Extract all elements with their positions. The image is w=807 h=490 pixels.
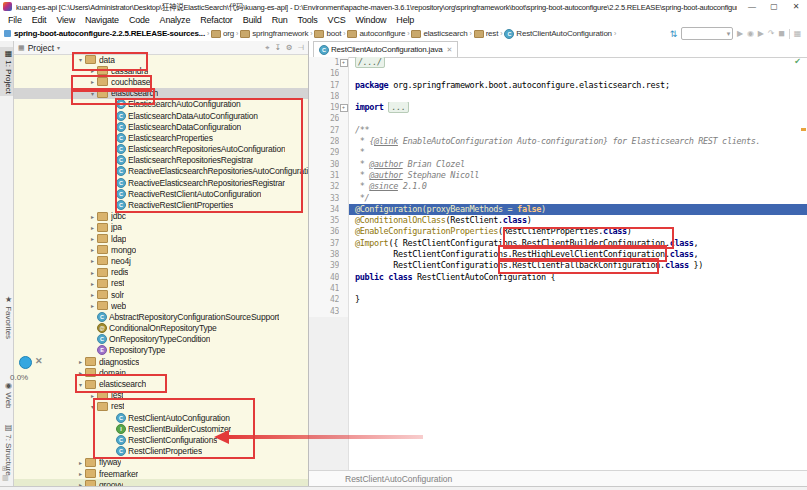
fold-gutter[interactable] [339,226,349,237]
tree-row[interactable]: ▸diagnostics [14,356,308,367]
fold-gutter[interactable] [339,272,349,283]
fold-gutter[interactable] [339,159,349,170]
code-line[interactable]: 41 [309,283,807,294]
fold-gutter[interactable] [339,136,349,147]
code-line[interactable]: 30 * @author Brian Clozel [309,159,807,170]
tree-chevron-icon[interactable]: ▸ [76,358,85,365]
breadcrumb-item[interactable]: autoconfigure [359,29,405,38]
fold-gutter[interactable] [339,204,349,215]
tree-row[interactable]: ▸couchbase [14,76,308,87]
header-tool-icon[interactable]: ↧ [274,43,280,53]
code-line[interactable]: 17package org.springframework.boot.autoc… [309,80,807,91]
close-icon[interactable]: ✕ [446,46,452,54]
code-line[interactable]: 40public class RestClientAutoConfigurati… [309,272,807,283]
fold-gutter[interactable] [339,125,349,136]
breadcrumb-item[interactable]: boot [326,29,341,38]
tree-chevron-icon[interactable]: ▸ [88,257,97,264]
tree-chevron-icon[interactable]: ▸ [88,269,97,276]
maximize-button[interactable]: ▢ [763,0,785,13]
fold-gutter[interactable] [339,170,349,181]
menu-item[interactable]: Navigate [80,15,124,25]
tree-chevron-icon[interactable]: ▸ [88,235,97,242]
stop-icon[interactable]: ◼ [778,29,784,38]
fold-gutter[interactable] [339,68,349,79]
fold-gutter[interactable] [339,181,349,192]
fold-gutter[interactable]: + [339,102,349,113]
window-grid-icon[interactable]: ▦ [794,29,801,38]
menu-item[interactable]: Window [351,15,392,25]
header-tool-icon[interactable]: ⊣ [297,43,304,53]
fold-gutter[interactable] [339,283,349,294]
code-line[interactable]: 19+import ... [309,102,807,113]
fold-gutter[interactable] [339,294,349,305]
tree-row[interactable]: ▾rest [14,401,308,412]
fold-gutter[interactable] [339,215,349,226]
editor-tab[interactable]: C RestClientAutoConfiguration.java ✕ [313,41,458,57]
code-line[interactable]: 1+/.../ [309,57,807,68]
tree-row[interactable]: CAbstractRepositoryConfigurationSourceSu… [14,311,308,322]
editor-area[interactable]: C RestClientAutoConfiguration.java ✕ 1+/… [309,41,807,470]
tree-chevron-icon[interactable]: ▾ [88,403,97,410]
tree-row[interactable]: CElasticsearchDataAutoConfiguration [14,110,308,121]
menu-item[interactable]: Tools [293,15,323,25]
tree-row[interactable]: ▸freemarker [14,468,308,479]
tree-row[interactable]: @ConditionalOnRepositoryType [14,323,308,334]
tree-row[interactable]: ▸groovy [14,479,308,486]
resume-icon[interactable]: ↷ [768,29,775,38]
tree-chevron-icon[interactable]: ▸ [88,302,97,309]
tree-chevron-icon[interactable]: ▸ [88,78,97,85]
tree-row[interactable]: CElasticsearchDataConfiguration [14,121,308,132]
fold-gutter[interactable] [339,306,349,317]
tree-row[interactable]: ▸solr [14,289,308,300]
tree-row[interactable]: ERepositoryType [14,345,308,356]
tree-row[interactable]: ▸domain [14,367,308,378]
code-line[interactable]: 18 [309,91,807,102]
stripe-item-project[interactable]: ▦ 1: Project [0,47,13,96]
tree-row[interactable]: ▸web [14,300,308,311]
tree-row[interactable]: CElasticsearchProperties [14,132,308,143]
code-line[interactable]: 31 * @author Stephane Nicoll [309,170,807,181]
code-line[interactable]: 42} [309,294,807,305]
menu-item[interactable]: Refactor [195,15,237,25]
tree-row[interactable]: ▸neo4j [14,255,308,266]
tree-row[interactable]: ▸redis [14,267,308,278]
tree-row[interactable]: ▸jdbc [14,211,308,222]
tree-row[interactable]: ▾elasticsearch [14,378,308,389]
menu-item[interactable]: Build [238,15,267,25]
fold-plus-icon[interactable]: + [340,59,348,67]
stripe-item-favorites[interactable]: ★ Favorites [0,293,13,341]
tree-row[interactable]: ▸jest [14,390,308,401]
tree-chevron-icon[interactable]: ▸ [88,67,97,74]
tree-chevron-icon[interactable]: ▾ [88,90,97,97]
tree-row[interactable]: CRestClientAutoConfiguration [14,412,308,423]
tree-row[interactable]: CReactiveRestClientProperties [14,199,308,210]
fold-gutter[interactable] [339,80,349,91]
breadcrumb-leaf[interactable]: RestClientAutoConfiguration [516,29,612,38]
code-view[interactable]: 1+/.../1617package org.springframework.b… [309,57,807,317]
tree-chevron-icon[interactable]: ▸ [88,213,97,220]
code-line[interactable]: 26 [309,113,807,124]
code-line[interactable]: 43 [309,306,807,317]
menu-item[interactable]: Help [391,15,419,25]
close-button[interactable]: ✕ [785,0,807,13]
fold-gutter[interactable] [339,193,349,204]
fold-gutter[interactable] [339,238,349,249]
tree-chevron-icon[interactable]: ▸ [76,459,85,466]
tree-chevron-icon[interactable]: ▾ [76,381,85,388]
menu-item[interactable]: File [3,15,27,25]
tree-row[interactable]: ▾data [14,54,308,65]
tree-row[interactable]: CRestClientProperties [14,446,308,457]
fold-gutter[interactable] [339,147,349,158]
fold-gutter[interactable] [339,91,349,102]
breadcrumb-item[interactable]: springframework [252,29,308,38]
stripe-item-web[interactable]: ◉ Web [0,379,13,411]
tree-chevron-icon[interactable]: ▾ [76,56,85,63]
debug-icon[interactable]: ◉ [747,29,754,38]
menu-item[interactable]: VCS [323,15,351,25]
minimize-button[interactable]: — [741,0,763,13]
menu-item[interactable]: Analyze [155,15,196,25]
tree-chevron-icon[interactable]: ▸ [88,224,97,231]
tree-chevron-icon[interactable]: ▸ [88,392,97,399]
menu-item[interactable]: Edit [27,15,52,25]
run-icon[interactable]: ▶ [737,29,743,38]
